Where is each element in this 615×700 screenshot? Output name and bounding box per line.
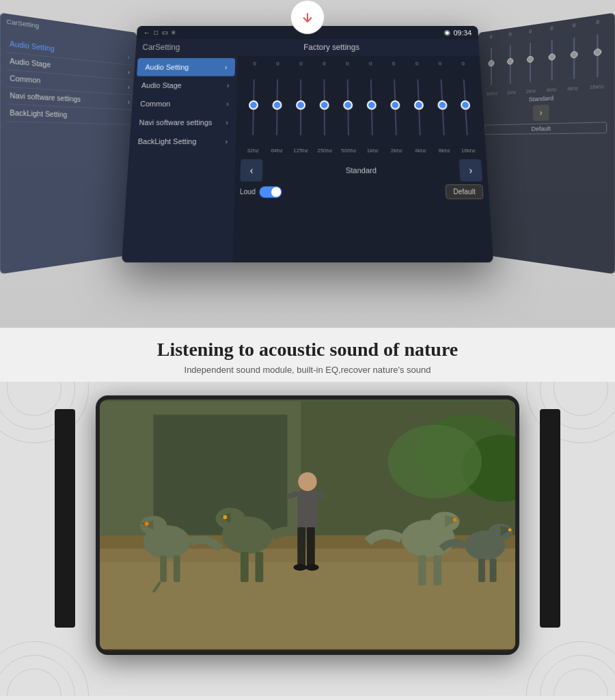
preset-prev-btn[interactable]: ‹ — [240, 159, 262, 182]
middle-section: Listening to acoustic sound of nature In… — [0, 328, 615, 382]
eq-sliders[interactable] — [241, 68, 480, 148]
eq-freq-labels: 32hz 64hz 125hz 250hz 500hz 1khz 2khz 4k… — [241, 148, 480, 154]
device-side-right — [540, 409, 560, 628]
car-screen: ← □ ▭ ≡ ◉ 09:34 CarSetting Factory setti… — [130, 20, 485, 257]
freq-8: 8khz — [435, 148, 454, 154]
ghost-freq-2: 2khz — [526, 89, 536, 94]
screen-content: Audio Setting › Audio Stage › Common › N… — [122, 55, 493, 262]
status-right: ◉ 09:34 — [444, 29, 472, 37]
loud-label: Loud — [240, 188, 256, 195]
audio-stage-label: Audio Stage — [141, 81, 182, 89]
freq-0: 32hz — [243, 148, 262, 154]
chevron-icon: › — [226, 100, 229, 108]
freq-7: 4khz — [411, 148, 430, 154]
default-button[interactable]: Default — [446, 184, 484, 199]
eq-slider-3[interactable] — [315, 70, 334, 145]
tv3: 0 — [323, 61, 325, 66]
eq-slider-7[interactable] — [408, 70, 430, 145]
scene-svg — [100, 400, 515, 651]
chevron-icon: › — [225, 138, 228, 145]
tv7: 0 — [415, 61, 419, 66]
back-icon[interactable]: ← — [144, 29, 150, 36]
freq-5: 1khz — [363, 148, 382, 154]
top-section: CarSetting Audio Setting› Audio Stage› C… — [0, 0, 615, 328]
ghost-next-btn[interactable]: › — [533, 104, 549, 121]
eq-slider-1[interactable] — [267, 70, 287, 145]
tv1: 0 — [276, 61, 279, 66]
chevron-icon: › — [225, 64, 228, 70]
common-label: Common — [140, 100, 171, 108]
tv9: 0 — [461, 61, 465, 66]
eq-top-values: 0 0 0 0 0 0 0 0 0 0 — [243, 61, 476, 66]
eq-loud-row: Loud Default — [240, 184, 484, 199]
scroll-down-indicator[interactable] — [290, 0, 325, 34]
menu-icon[interactable]: ≡ — [172, 29, 176, 36]
ghost-right-panel: 000000 500hz 1khz 2khz 4khz 8khz 16khz — [478, 13, 615, 275]
tv6: 0 — [392, 61, 396, 66]
sub-title: Independent sound module, built-in EQ,re… — [14, 365, 601, 375]
loud-toggle[interactable] — [260, 186, 282, 197]
eq-preset-controls: ‹ Standard › — [240, 159, 482, 182]
eq-slider-4[interactable] — [338, 70, 358, 145]
freq-1: 64hz — [267, 148, 286, 154]
eq-panel: 0 0 0 0 0 0 0 0 0 0 — [232, 55, 493, 262]
tv4: 0 — [346, 61, 348, 66]
gps-icon: ◉ — [444, 29, 451, 37]
preset-next-btn[interactable]: › — [459, 159, 482, 182]
freq-6: 2khz — [387, 148, 406, 154]
recents-icon[interactable]: ▭ — [162, 29, 168, 36]
next-icon: › — [469, 165, 473, 176]
nav-icons: ← □ ▭ ≡ — [144, 29, 176, 36]
tv0: 0 — [253, 61, 256, 66]
eq-slider-0[interactable] — [243, 70, 264, 145]
clock: 09:34 — [453, 29, 472, 36]
home-icon[interactable]: □ — [154, 29, 158, 36]
car-setting-label: CarSetting — [142, 43, 180, 52]
device-side-left — [55, 409, 75, 628]
ghost-freq-0: 500hz — [487, 91, 498, 96]
screen-title-bar: CarSetting Factory settings — [135, 39, 480, 55]
sidebar-audio-stage[interactable]: Audio Stage › — [133, 76, 237, 95]
prev-icon: ‹ — [250, 165, 254, 176]
eq-slider-2[interactable] — [291, 70, 310, 145]
ghost-freq-4: 8khz — [567, 85, 578, 91]
sidebar-common[interactable]: Common › — [132, 94, 237, 113]
tv8: 0 — [439, 61, 442, 66]
bottom-section — [0, 382, 615, 696]
ghost-freq-3: 4khz — [546, 87, 556, 93]
freq-4: 500hz — [339, 148, 358, 154]
device-frame — [96, 395, 519, 655]
eq-slider-5[interactable] — [361, 70, 382, 145]
slider-track — [253, 79, 256, 135]
freq-9: 16khz — [459, 148, 478, 154]
chevron-icon: › — [226, 119, 228, 126]
freq-2: 125hz — [291, 148, 310, 154]
preset-label: Standard — [268, 166, 454, 174]
sidebar-backlight[interactable]: BackLight Setting › — [129, 132, 236, 151]
ghost-freq-5: 16khz — [590, 84, 604, 90]
movie-scene — [100, 400, 515, 651]
backlight-label: BackLight Setting — [137, 137, 196, 145]
eq-slider-6[interactable] — [385, 70, 406, 145]
eq-slider-9[interactable] — [454, 70, 478, 145]
navi-label: Navi software settings — [139, 118, 213, 126]
toggle-knob — [271, 186, 281, 197]
ghost-left-panel: CarSetting Audio Setting› Audio Stage› C… — [0, 13, 137, 275]
sidebar-audio-setting[interactable]: Audio Setting › — [137, 58, 235, 76]
factory-settings-label: Factory settings — [190, 43, 472, 52]
sidebar-navi[interactable]: Navi software settings › — [131, 113, 236, 132]
main-title: Listening to acoustic sound of nature — [14, 339, 601, 361]
audio-setting-label: Audio Setting — [145, 64, 189, 71]
chevron-icon: › — [227, 82, 230, 89]
tv2: 0 — [299, 61, 302, 66]
ghost-freq-1: 1khz — [507, 90, 517, 95]
eq-slider-8[interactable] — [431, 70, 454, 145]
tv5: 0 — [369, 61, 372, 66]
freq-3: 250hz — [315, 148, 334, 154]
ghost-default-btn[interactable]: Default — [484, 122, 607, 135]
svg-rect-46 — [100, 402, 515, 649]
settings-sidebar: Audio Setting › Audio Stage › Common › N… — [122, 55, 238, 262]
